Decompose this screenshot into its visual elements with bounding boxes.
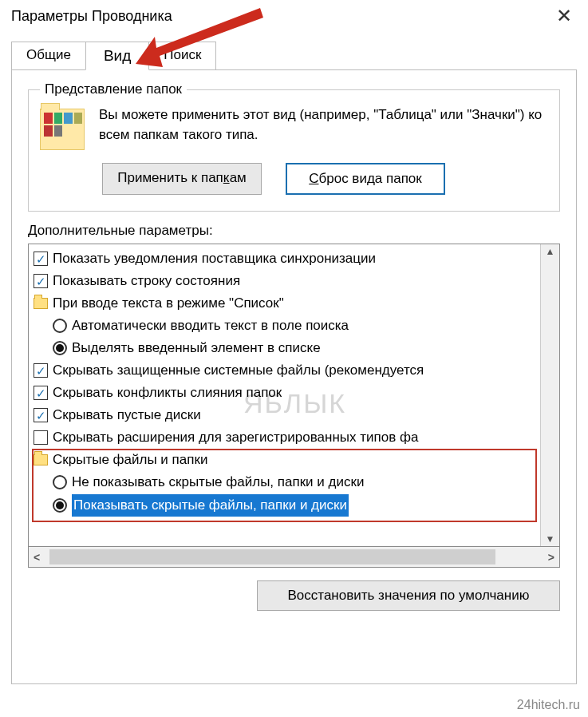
adv-item-label: Скрывать защищенные системные файлы (рек… [53,359,424,382]
scroll-right-icon[interactable]: > [548,551,554,564]
reset-btn-ul: С [309,171,318,186]
scroll-left-icon[interactable]: < [34,551,40,564]
folder-icon [40,109,85,150]
adv-item-6[interactable]: Скрывать конфликты слияния папок [34,382,537,404]
adv-item-label: Скрывать расширения для зарегистрированн… [53,426,418,449]
adv-item-label: Показывать скрытые файлы, папки и диски [72,494,349,517]
adv-item-8[interactable]: Скрывать расширения для зарегистрированн… [34,426,537,449]
adv-item-3[interactable]: Автоматически вводить текст в поле поиск… [34,315,537,337]
adv-item-5[interactable]: Скрывать защищенные системные файлы (рек… [34,359,537,382]
apply-btn-post: ам [230,170,247,185]
horizontal-scrollbar[interactable]: < > [28,547,560,568]
adv-item-9[interactable]: Скрытые файлы и папки [34,449,537,471]
attribution-text: 24hitech.ru [517,698,580,712]
checkbox-icon[interactable] [34,386,48,400]
advanced-settings-label: Дополнительные параметры: [28,223,560,239]
restore-defaults-button[interactable]: Восстановить значения по умолчанию [257,580,560,611]
apply-btn-ul: к [223,170,230,185]
adv-item-label: Показывать строку состояния [53,270,240,292]
adv-item-label: Скрывать конфликты слияния папок [53,382,282,404]
reset-btn-post: брос вида папок [319,171,422,186]
adv-item-label: При вводе текста в режиме "Список" [53,292,284,315]
tab-general[interactable]: Общие [11,42,86,70]
apply-btn-pre: Применить к пап [117,170,223,185]
radio-icon[interactable] [53,498,67,513]
adv-item-2[interactable]: При вводе текста в режиме "Список" [34,292,537,315]
folder-icon [34,298,48,309]
window-title: Параметры Проводника [11,8,172,25]
tab-search[interactable]: Поиск [148,42,216,70]
adv-item-7[interactable]: Скрывать пустые диски [34,404,537,426]
adv-item-1[interactable]: Показывать строку состояния [34,270,537,292]
checkbox-icon[interactable] [34,252,48,266]
tab-panel-view: ЯБЛЫК Представление папок Вы можете прим… [11,69,577,684]
adv-item-11[interactable]: Показывать скрытые файлы, папки и диски [34,494,537,517]
adv-item-label: Автоматически вводить текст в поле поиск… [72,315,349,337]
adv-item-label: Не показывать скрытые файлы, папки и дис… [72,471,364,493]
adv-item-label: Показать уведомления поставщика синхрони… [53,248,376,270]
radio-icon[interactable] [53,475,67,489]
tab-bar: Общие Вид Поиск [11,42,588,70]
checkbox-icon[interactable] [34,363,48,378]
scroll-down-icon[interactable]: ▼ [541,532,559,546]
checkbox-icon[interactable] [34,430,48,445]
apply-to-folders-button[interactable]: Применить к папкам [102,163,262,195]
scroll-up-icon[interactable]: ▲ [541,244,559,259]
folder-views-group: Представление папок Вы можете применить … [28,81,560,212]
adv-item-label: Скрытые файлы и папки [53,449,207,471]
adv-item-label: Скрывать пустые диски [53,404,201,426]
adv-item-label: Выделять введенный элемент в списке [72,337,321,359]
adv-item-0[interactable]: Показать уведомления поставщика синхрони… [34,248,537,270]
checkbox-icon[interactable] [34,274,48,288]
adv-item-4[interactable]: Выделять введенный элемент в списке [34,337,537,359]
folder-views-legend: Представление папок [40,81,187,97]
adv-item-10[interactable]: Не показывать скрытые файлы, папки и дис… [34,471,537,493]
advanced-settings-list: Показать уведомления поставщика синхрони… [28,244,560,547]
radio-icon[interactable] [53,341,67,355]
reset-folders-button[interactable]: Сброс вида папок [286,163,445,195]
close-icon[interactable]: ✕ [548,5,580,27]
tab-view[interactable]: Вид [85,42,149,70]
folder-icon [34,454,48,465]
vertical-scrollbar[interactable]: ▲ ▼ [540,244,559,546]
folder-views-description: Вы можете применить этот вид (например, … [99,105,548,145]
checkbox-icon[interactable] [34,408,48,422]
radio-icon[interactable] [53,319,67,333]
